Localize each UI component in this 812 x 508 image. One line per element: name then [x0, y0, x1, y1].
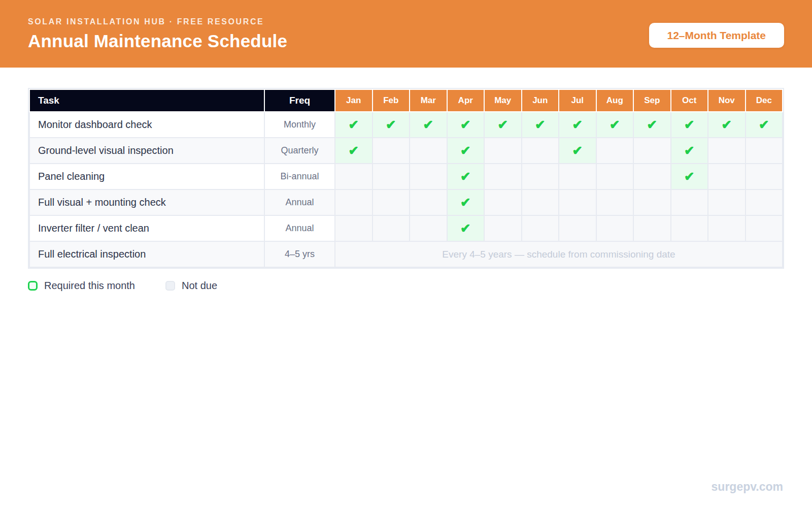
task-cell: Inverter filter / vent clean — [29, 215, 264, 241]
check-cell-empty — [596, 189, 634, 215]
required-checkbox-icon — [28, 281, 38, 291]
checkmark-icon: ✔ — [684, 117, 695, 132]
legend-not-due-label: Not due — [182, 280, 217, 292]
check-cell-empty — [522, 215, 559, 241]
check-cell-empty — [335, 189, 373, 215]
legend: Required this month Not due — [28, 280, 784, 292]
checkmark-icon: ✔ — [423, 117, 433, 132]
check-cell-checked: ✔ — [335, 112, 373, 138]
span-note-cell: Every 4–5 years — schedule from commissi… — [335, 241, 783, 267]
check-cell-checked: ✔ — [559, 138, 596, 164]
check-cell-empty — [633, 215, 671, 241]
check-cell-empty — [522, 138, 559, 164]
check-cell-empty — [484, 189, 522, 215]
month-header-dec: Dec — [746, 89, 783, 112]
task-cell: Full visual + mounting check — [29, 189, 264, 215]
check-cell-empty — [484, 164, 522, 189]
check-cell-empty — [708, 189, 746, 215]
check-cell-empty — [559, 164, 596, 189]
check-cell-empty — [596, 215, 634, 241]
check-cell-checked: ✔ — [484, 112, 522, 138]
task-cell: Panel cleaning — [29, 164, 264, 189]
check-cell-empty — [373, 215, 410, 241]
check-cell-empty — [596, 164, 634, 189]
schedule-table: Task Freq JanFebMarAprMayJunJulAugSepOct… — [29, 89, 783, 268]
frequency-cell: Annual — [264, 189, 335, 215]
checkmark-icon: ✔ — [460, 117, 471, 132]
check-cell-empty — [335, 215, 373, 241]
checkmark-icon: ✔ — [684, 169, 695, 183]
header-banner: SOLAR INSTALLATION HUB · FREE RESOURCE A… — [0, 0, 812, 68]
freq-column-header: Freq — [264, 89, 335, 112]
month-header-jul: Jul — [559, 89, 596, 112]
check-cell-empty — [708, 138, 746, 164]
checkmark-icon: ✔ — [348, 117, 359, 132]
month-header-nov: Nov — [708, 89, 746, 112]
month-header-mar: Mar — [410, 89, 447, 112]
month-header-apr: Apr — [447, 89, 485, 112]
check-cell-empty — [373, 164, 410, 189]
month-header-feb: Feb — [373, 89, 410, 112]
check-cell-checked: ✔ — [447, 215, 485, 241]
check-cell-empty — [596, 138, 634, 164]
table-row: Ground-level visual inspectionQuarterly✔… — [29, 138, 783, 164]
checkmark-icon: ✔ — [460, 195, 471, 209]
check-cell-empty — [410, 164, 447, 189]
month-header-sep: Sep — [633, 89, 671, 112]
check-cell-checked: ✔ — [447, 189, 485, 215]
frequency-cell: Annual — [264, 215, 335, 241]
check-cell-empty — [559, 215, 596, 241]
table-row: Full visual + mounting checkAnnual✔ — [29, 189, 783, 215]
check-cell-checked: ✔ — [522, 112, 559, 138]
month-header-oct: Oct — [671, 89, 708, 112]
checkmark-icon: ✔ — [386, 117, 396, 132]
frequency-cell: Quarterly — [264, 138, 335, 164]
task-cell: Full electrical inspection — [29, 241, 264, 267]
check-cell-empty — [410, 189, 447, 215]
frequency-cell: 4–5 yrs — [264, 241, 335, 267]
check-cell-empty — [559, 189, 596, 215]
table-row: Inverter filter / vent cleanAnnual✔ — [29, 215, 783, 241]
check-cell-empty — [671, 189, 708, 215]
legend-item-not-due: Not due — [165, 280, 217, 292]
not-due-checkbox-icon — [165, 281, 175, 291]
checkmark-icon: ✔ — [759, 117, 769, 132]
check-cell-checked: ✔ — [447, 112, 485, 138]
checkmark-icon: ✔ — [647, 117, 657, 132]
checkmark-icon: ✔ — [610, 117, 620, 132]
check-cell-checked: ✔ — [708, 112, 746, 138]
check-cell-empty — [633, 138, 671, 164]
checkmark-icon: ✔ — [535, 117, 546, 132]
frequency-cell: Bi-annual — [264, 164, 335, 189]
checkmark-icon: ✔ — [460, 169, 471, 183]
check-cell-checked: ✔ — [410, 112, 447, 138]
check-cell-empty — [746, 215, 783, 241]
table-header-row: Task Freq JanFebMarAprMayJunJulAugSepOct… — [29, 89, 783, 112]
check-cell-empty — [746, 138, 783, 164]
checkmark-icon: ✔ — [572, 117, 583, 132]
check-cell-checked: ✔ — [596, 112, 634, 138]
table-row: Monitor dashboard checkMonthly✔✔✔✔✔✔✔✔✔✔… — [29, 112, 783, 138]
check-cell-checked: ✔ — [746, 112, 783, 138]
frequency-cell: Monthly — [264, 112, 335, 138]
task-column-header: Task — [29, 89, 264, 112]
check-cell-empty — [410, 215, 447, 241]
checkmark-icon: ✔ — [348, 143, 359, 157]
check-cell-empty — [484, 215, 522, 241]
checkmark-icon: ✔ — [572, 143, 583, 157]
check-cell-checked: ✔ — [559, 112, 596, 138]
check-cell-checked: ✔ — [633, 112, 671, 138]
template-badge: 12–Month Template — [649, 23, 784, 48]
check-cell-checked: ✔ — [671, 138, 708, 164]
legend-item-required: Required this month — [28, 280, 135, 292]
checkmark-icon: ✔ — [460, 143, 471, 157]
check-cell-checked: ✔ — [671, 112, 708, 138]
check-cell-checked: ✔ — [447, 138, 485, 164]
watermark: surgepv.com — [712, 480, 783, 494]
check-cell-empty — [410, 138, 447, 164]
month-header-may: May — [484, 89, 522, 112]
check-cell-empty — [746, 164, 783, 189]
task-cell: Monitor dashboard check — [29, 112, 264, 138]
checkmark-icon: ✔ — [721, 117, 732, 132]
schedule-table-container: Task Freq JanFebMarAprMayJunJulAugSepOct… — [28, 88, 784, 269]
